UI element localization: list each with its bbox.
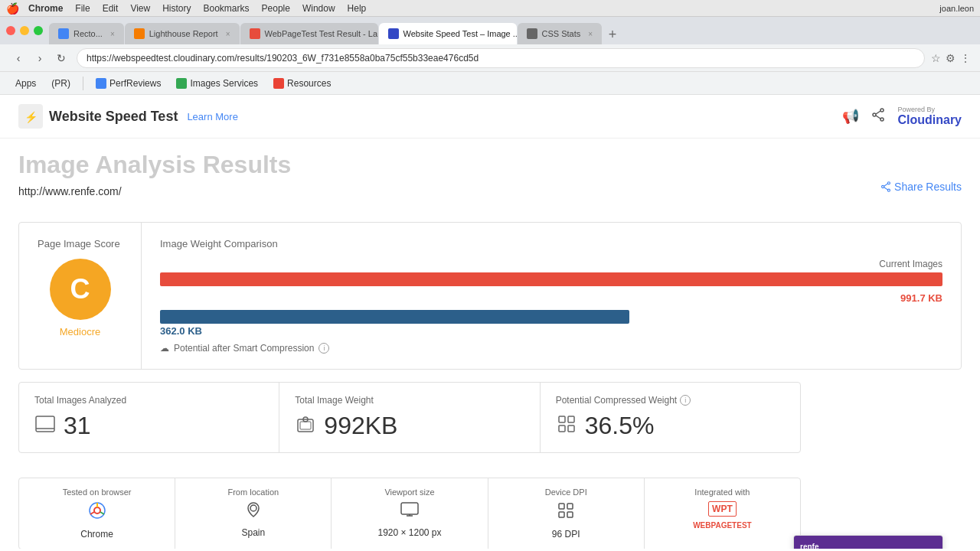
toolbar-icons: ☆ ⚙ ⋮ (931, 52, 971, 64)
pr-label: (PR) (51, 78, 70, 89)
learn-more-link[interactable]: Learn More (187, 111, 237, 122)
compressed-info-icon[interactable]: i (680, 395, 691, 406)
resources-icon (273, 78, 284, 89)
tab-cssstats[interactable]: CSS Stats × (518, 23, 603, 44)
resources-label: Resources (287, 78, 331, 89)
svg-line-5 (876, 111, 880, 114)
tab-icon-webpagetest (250, 28, 260, 39)
menu-chrome[interactable]: Chrome (28, 3, 63, 14)
info-integrated-label: Integrated with (694, 487, 750, 497)
grid-icon (556, 413, 577, 439)
new-tab-button[interactable]: + (603, 24, 622, 44)
forward-button[interactable]: › (31, 49, 49, 67)
share-icon[interactable] (871, 108, 885, 126)
info-viewport: Viewport size 1920 × 1200 px (332, 478, 488, 549)
apple-menu[interactable]: 🍎 (6, 2, 19, 15)
svg-line-10 (884, 184, 888, 186)
menu-edit[interactable]: Edit (103, 3, 119, 14)
svg-point-4 (873, 113, 876, 116)
bookmark-resources[interactable]: Resources (267, 77, 337, 90)
bookmark-separator (83, 77, 83, 90)
bookmarks-bar: Apps (PR) PerfReviews Images Services Re… (0, 72, 980, 95)
menu-people[interactable]: People (262, 3, 290, 14)
share-results-button[interactable]: Share Results (880, 181, 962, 193)
stat-images-analyzed: Total Images Analyzed 31 (19, 383, 279, 452)
address-bar: ‹ › ↻ https://webspeedtest.cloudinary.co… (0, 44, 980, 72)
svg-point-22 (94, 507, 100, 514)
tab-lighthouse[interactable]: Lighthouse Report × (125, 23, 240, 44)
weight-comparison-section: Image Weight Comparison Current Images 9… (142, 223, 961, 369)
page-image-score-section: Page Image Score C Mediocre (19, 223, 142, 369)
info-row: Tested on browser Chrome From location S… (18, 478, 801, 549)
fullscreen-window-button[interactable] (34, 26, 43, 35)
minimize-window-button[interactable] (20, 26, 29, 35)
tab-recto[interactable]: Recto... × (49, 23, 124, 44)
score-letter: C (70, 273, 90, 305)
svg-line-24 (100, 512, 104, 514)
weight-info-icon[interactable]: i (318, 343, 329, 354)
reload-button[interactable]: ↻ (52, 49, 70, 67)
stat-compressed-label: Potential Compressed Weight i (556, 395, 785, 406)
tab-webspeedtest[interactable]: Website Speed Test – Image ... × (379, 23, 517, 44)
menu-dots-icon[interactable]: ⋮ (960, 52, 971, 64)
bookmark-pr[interactable]: (PR) (45, 77, 77, 90)
svg-rect-20 (568, 425, 574, 432)
stat-weight-label: Total Image Weight (295, 395, 524, 406)
site-title-text: Website Speed Test (49, 109, 178, 125)
compressed-weight-bar (160, 310, 629, 324)
dpi-icon (557, 501, 575, 524)
tab-bar: Recto... × Lighthouse Report × WebPageTe… (49, 17, 974, 44)
back-button[interactable]: ‹ (9, 49, 28, 67)
tab-close-lighthouse[interactable]: × (226, 30, 230, 38)
extension-icon[interactable]: ⚙ (946, 52, 956, 64)
compressed-weight-value: 362.0 KB (160, 325, 942, 337)
score-section-label: Page Image Score (38, 238, 122, 249)
svg-point-7 (887, 182, 890, 184)
info-location-value: Spain (241, 527, 265, 538)
tab-close-cssstats[interactable]: × (588, 30, 593, 38)
site-header: ⚡ Website Speed Test Learn More 📢 Powere… (0, 95, 980, 139)
images-icon (34, 413, 56, 439)
stat-compressed-weight: Potential Compressed Weight i 36.5% (541, 383, 800, 452)
close-window-button[interactable] (6, 26, 15, 35)
tab-webpagetest[interactable]: WebPageTest Test Result - La... × (240, 23, 378, 44)
bookmark-images-services[interactable]: Images Services (170, 77, 264, 90)
menu-view[interactable]: View (130, 3, 150, 14)
stats-row: Total Images Analyzed 31 Total Image Wei… (18, 382, 801, 453)
preview-header: renfe (794, 536, 942, 549)
tab-close-recto[interactable]: × (110, 30, 115, 38)
mac-menubar: 🍎 Chrome File Edit View History Bookmark… (0, 0, 980, 17)
menu-file[interactable]: File (75, 3, 90, 14)
traffic-lights (6, 26, 43, 35)
megaphone-icon[interactable]: 📢 (842, 108, 859, 125)
info-browser: Tested on browser Chrome (19, 478, 175, 549)
menu-help[interactable]: Help (348, 3, 367, 14)
bookmark-apps[interactable]: Apps (9, 77, 42, 90)
menu-bookmarks[interactable]: Bookmarks (204, 3, 250, 14)
info-viewport-value: 1920 × 1200 px (377, 527, 441, 538)
location-icon (245, 501, 262, 523)
url-bar[interactable]: https://webspeedtest.cloudinary.com/resu… (77, 48, 925, 68)
score-circle: C (50, 259, 111, 320)
svg-rect-12 (36, 416, 54, 432)
perfreviews-label: PerfReviews (109, 78, 161, 89)
bookmark-perfreviews[interactable]: PerfReviews (90, 77, 167, 90)
page-content: ⚡ Website Speed Test Learn More 📢 Powere… (0, 95, 980, 551)
monitor-icon (400, 501, 420, 523)
svg-text:⚡: ⚡ (24, 111, 38, 124)
stat-weight-value: 992KB (324, 412, 397, 440)
tab-icon-cssstats (527, 28, 537, 39)
svg-point-2 (880, 109, 884, 112)
bookmark-star-icon[interactable]: ☆ (931, 52, 941, 64)
preview-logo-text: renfe (800, 543, 818, 549)
menu-window[interactable]: Window (302, 3, 335, 14)
images-services-icon (176, 78, 187, 89)
chrome-icon (88, 501, 106, 524)
current-weight-bar-row (160, 272, 942, 286)
svg-line-11 (884, 187, 888, 190)
wpt-icon: WPT (708, 501, 737, 517)
svg-rect-32 (559, 512, 564, 517)
menu-history[interactable]: History (162, 3, 191, 14)
svg-point-8 (887, 189, 890, 191)
tab-icon-recto (58, 28, 69, 39)
